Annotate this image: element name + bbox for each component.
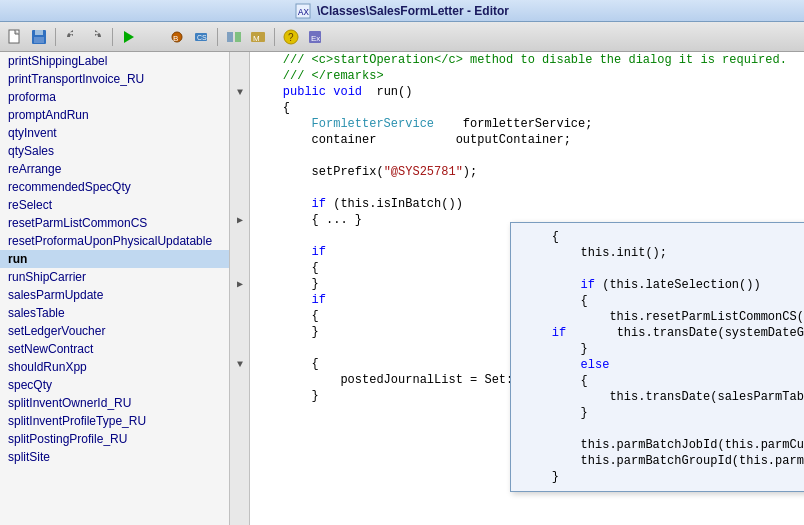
code-line-7: [250, 148, 804, 164]
svg-text:M: M: [253, 34, 260, 43]
gutter-blank-6: [230, 148, 250, 164]
svg-text:Ex: Ex: [311, 34, 320, 43]
collapse-marker-if[interactable]: ▶: [230, 212, 250, 228]
gutter-blank-4: [230, 116, 250, 132]
gutter-blank-11: [230, 244, 250, 260]
sidebar-item-splitpostingprofile_ru[interactable]: splitPostingProfile_RU: [0, 430, 229, 448]
svg-text:B: B: [173, 34, 178, 43]
sidebar-item-specqty[interactable]: specQty: [0, 376, 229, 394]
sidebar-item-promptandrun[interactable]: promptAndRun: [0, 106, 229, 124]
save-button[interactable]: [28, 26, 50, 48]
code-line-8: setPrefix("@SYS25781");: [250, 164, 804, 180]
sidebar-item-resetparmlistcommoncs[interactable]: resetParmListCommonCS: [0, 214, 229, 232]
collapse-marker-if2[interactable]: ▶: [230, 276, 250, 292]
popup-line-9: else: [523, 357, 804, 373]
gutter-blank-5: [230, 132, 250, 148]
sidebar-item-splitinventprofiletype_ru[interactable]: splitInventProfileType_RU: [0, 412, 229, 430]
extra-button[interactable]: Ex: [304, 26, 326, 48]
collapse-marker-end[interactable]: ▼: [230, 356, 250, 372]
main-content: printShippingLabelprintTransportInvoice_…: [0, 52, 804, 525]
gutter-blank-14: [230, 308, 250, 324]
sidebar-item-salesparmupdate[interactable]: salesParmUpdate: [0, 286, 229, 304]
sidebar-item-printtransportinvoice_ru[interactable]: printTransportInvoice_RU: [0, 70, 229, 88]
sidebar-item-rearrange[interactable]: reArrange: [0, 160, 229, 178]
popup-line-11: this.transDate(salesParmTable.Transdate)…: [523, 389, 804, 405]
code-popup: { this.init(); if (this.lateSelection())…: [510, 222, 804, 492]
popup-line-15: this.parmBatchGroupId(this.parmCurrentBa…: [523, 453, 804, 469]
svg-marker-6: [124, 31, 134, 43]
gutter-blank-16: [230, 340, 250, 356]
code-line-4: {: [250, 100, 804, 116]
popup-line-3: [523, 261, 804, 277]
code-line-5: FormletterService formletterService;: [250, 116, 804, 132]
toolbar: B CS M ? Ex: [0, 22, 804, 52]
title-bar: AX \Classes\SalesFormLetter - Editor: [0, 0, 804, 22]
sidebar-item-resetproformauponphysicalupdatable[interactable]: resetProformaUponPhysicalUpdatable: [0, 232, 229, 250]
svg-text:CS: CS: [197, 34, 207, 41]
sidebar-item-reselect[interactable]: reSelect: [0, 196, 229, 214]
code-line-6: container outputContainer;: [250, 132, 804, 148]
redo-button[interactable]: [85, 26, 107, 48]
sidebar-item-proforma[interactable]: proforma: [0, 88, 229, 106]
svg-rect-5: [34, 37, 44, 43]
sidebar-item-setledgervoucher[interactable]: setLedgerVoucher: [0, 322, 229, 340]
sidebar-item-salestable[interactable]: salesTable: [0, 304, 229, 322]
svg-text:AX: AX: [298, 8, 309, 18]
separator-3: [217, 28, 218, 46]
compile-button[interactable]: CS: [190, 26, 212, 48]
sidebar-item-recommendedspecqty[interactable]: recommendedSpecQty: [0, 178, 229, 196]
popup-line-1: {: [523, 229, 804, 245]
build-button[interactable]: B: [166, 26, 188, 48]
popup-line-12: }: [523, 405, 804, 421]
popup-line-14: this.parmBatchJobId(this.parmCurrentBatc…: [523, 437, 804, 453]
svg-rect-4: [35, 30, 43, 35]
gutter: ▼ ▶ ▶ ▼: [230, 52, 250, 525]
undo-button[interactable]: [61, 26, 83, 48]
popup-line-2: this.init();: [523, 245, 804, 261]
editor-area[interactable]: /// <c>startOperation</c> method to disa…: [250, 52, 804, 525]
sidebar-item-run[interactable]: run: [0, 250, 229, 268]
sidebar-item-qtyinvent[interactable]: qtyInvent: [0, 124, 229, 142]
popup-line-16: }: [523, 469, 804, 485]
gutter-blank-12: [230, 260, 250, 276]
sidebar-item-runshipcarrier[interactable]: runShipCarrier: [0, 268, 229, 286]
popup-line-6: this.resetParmListCommonCS();: [523, 309, 804, 325]
collapse-marker-run[interactable]: ▼: [230, 84, 250, 100]
separator-1: [55, 28, 56, 46]
svg-rect-11: [227, 32, 233, 42]
gutter-blank-15: [230, 324, 250, 340]
sidebar-item-printshippinglabel[interactable]: printShippingLabel: [0, 52, 229, 70]
method-list[interactable]: printShippingLabelprintTransportInvoice_…: [0, 52, 230, 525]
sidebar-item-splitsite[interactable]: splitSite: [0, 448, 229, 466]
sidebar-item-shouldrunxpp[interactable]: shouldRunXpp: [0, 358, 229, 376]
popup-line-5: {: [523, 293, 804, 309]
gutter-blank-2: [230, 68, 250, 84]
stop-button[interactable]: [142, 26, 164, 48]
new-file-button[interactable]: [4, 26, 26, 48]
editor-icon: AX: [295, 3, 311, 19]
svg-rect-2: [9, 30, 19, 43]
sidebar-item-splitinventownerid_ru[interactable]: splitInventOwnerId_RU: [0, 394, 229, 412]
code-line-2: /// </remarks>: [250, 68, 804, 84]
code-line-9: [250, 180, 804, 196]
code-line-1: /// <c>startOperation</c> method to disa…: [250, 52, 804, 68]
sidebar-item-setnewcontract[interactable]: setNewContract: [0, 340, 229, 358]
separator-2: [112, 28, 113, 46]
svg-text:?: ?: [288, 32, 294, 43]
window-title: \Classes\SalesFormLetter - Editor: [317, 4, 509, 18]
run-button[interactable]: [118, 26, 140, 48]
gutter-blank-3: [230, 100, 250, 116]
code-line-3: public void run(): [250, 84, 804, 100]
popup-line-4: if (this.lateSelection()): [523, 277, 804, 293]
code-line-10: if (this.isInBatch()): [250, 196, 804, 212]
gutter-blank-7: [230, 164, 250, 180]
compare-button[interactable]: [223, 26, 245, 48]
separator-4: [274, 28, 275, 46]
popup-line-7: if this.transDate(systemDateGet());: [523, 325, 804, 341]
gutter-blank-10: [230, 228, 250, 244]
sidebar-item-qtysales[interactable]: qtySales: [0, 142, 229, 160]
gutter-blank-1: [230, 52, 250, 68]
merge-button[interactable]: M: [247, 26, 269, 48]
gutter-blank-8: [230, 180, 250, 196]
help-button[interactable]: ?: [280, 26, 302, 48]
